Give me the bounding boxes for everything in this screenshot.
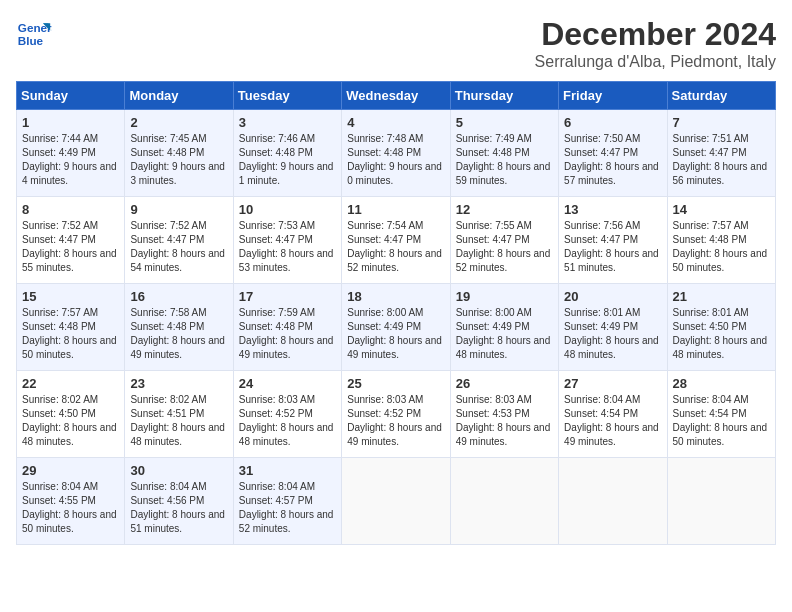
cell-details: Sunrise: 7:46 AMSunset: 4:48 PMDaylight:… xyxy=(239,132,336,188)
calendar-body: 1Sunrise: 7:44 AMSunset: 4:49 PMDaylight… xyxy=(17,110,776,545)
day-number: 11 xyxy=(347,202,444,217)
week-row-3: 15Sunrise: 7:57 AMSunset: 4:48 PMDayligh… xyxy=(17,284,776,371)
logo-icon: General Blue xyxy=(16,16,52,52)
title-area: December 2024 Serralunga d'Alba, Piedmon… xyxy=(535,16,776,71)
day-number: 23 xyxy=(130,376,227,391)
svg-text:General: General xyxy=(18,21,52,34)
day-number: 12 xyxy=(456,202,553,217)
cell-details: Sunrise: 8:04 AMSunset: 4:57 PMDaylight:… xyxy=(239,480,336,536)
calendar-cell: 5Sunrise: 7:49 AMSunset: 4:48 PMDaylight… xyxy=(450,110,558,197)
cell-details: Sunrise: 7:55 AMSunset: 4:47 PMDaylight:… xyxy=(456,219,553,275)
day-number: 2 xyxy=(130,115,227,130)
weekday-sunday: Sunday xyxy=(17,82,125,110)
weekday-tuesday: Tuesday xyxy=(233,82,341,110)
calendar-cell: 17Sunrise: 7:59 AMSunset: 4:48 PMDayligh… xyxy=(233,284,341,371)
cell-details: Sunrise: 8:04 AMSunset: 4:56 PMDaylight:… xyxy=(130,480,227,536)
cell-details: Sunrise: 8:03 AMSunset: 4:52 PMDaylight:… xyxy=(239,393,336,449)
cell-details: Sunrise: 7:57 AMSunset: 4:48 PMDaylight:… xyxy=(22,306,119,362)
calendar-cell: 20Sunrise: 8:01 AMSunset: 4:49 PMDayligh… xyxy=(559,284,667,371)
cell-details: Sunrise: 7:59 AMSunset: 4:48 PMDaylight:… xyxy=(239,306,336,362)
day-number: 10 xyxy=(239,202,336,217)
calendar-cell: 7Sunrise: 7:51 AMSunset: 4:47 PMDaylight… xyxy=(667,110,775,197)
calendar-cell: 8Sunrise: 7:52 AMSunset: 4:47 PMDaylight… xyxy=(17,197,125,284)
calendar-cell xyxy=(450,458,558,545)
month-title: December 2024 xyxy=(535,16,776,53)
cell-details: Sunrise: 8:04 AMSunset: 4:54 PMDaylight:… xyxy=(673,393,770,449)
day-number: 27 xyxy=(564,376,661,391)
week-row-1: 1Sunrise: 7:44 AMSunset: 4:49 PMDaylight… xyxy=(17,110,776,197)
calendar-cell: 27Sunrise: 8:04 AMSunset: 4:54 PMDayligh… xyxy=(559,371,667,458)
calendar-cell: 28Sunrise: 8:04 AMSunset: 4:54 PMDayligh… xyxy=(667,371,775,458)
day-number: 16 xyxy=(130,289,227,304)
cell-details: Sunrise: 7:54 AMSunset: 4:47 PMDaylight:… xyxy=(347,219,444,275)
calendar-cell: 21Sunrise: 8:01 AMSunset: 4:50 PMDayligh… xyxy=(667,284,775,371)
day-number: 18 xyxy=(347,289,444,304)
weekday-monday: Monday xyxy=(125,82,233,110)
day-number: 1 xyxy=(22,115,119,130)
cell-details: Sunrise: 7:48 AMSunset: 4:48 PMDaylight:… xyxy=(347,132,444,188)
calendar-cell: 15Sunrise: 7:57 AMSunset: 4:48 PMDayligh… xyxy=(17,284,125,371)
calendar-cell: 11Sunrise: 7:54 AMSunset: 4:47 PMDayligh… xyxy=(342,197,450,284)
calendar-cell: 18Sunrise: 8:00 AMSunset: 4:49 PMDayligh… xyxy=(342,284,450,371)
cell-details: Sunrise: 7:52 AMSunset: 4:47 PMDaylight:… xyxy=(130,219,227,275)
day-number: 7 xyxy=(673,115,770,130)
cell-details: Sunrise: 8:00 AMSunset: 4:49 PMDaylight:… xyxy=(456,306,553,362)
cell-details: Sunrise: 8:03 AMSunset: 4:52 PMDaylight:… xyxy=(347,393,444,449)
day-number: 4 xyxy=(347,115,444,130)
week-row-2: 8Sunrise: 7:52 AMSunset: 4:47 PMDaylight… xyxy=(17,197,776,284)
day-number: 17 xyxy=(239,289,336,304)
cell-details: Sunrise: 7:49 AMSunset: 4:48 PMDaylight:… xyxy=(456,132,553,188)
calendar-cell: 23Sunrise: 8:02 AMSunset: 4:51 PMDayligh… xyxy=(125,371,233,458)
weekday-header-row: SundayMondayTuesdayWednesdayThursdayFrid… xyxy=(17,82,776,110)
calendar-cell: 16Sunrise: 7:58 AMSunset: 4:48 PMDayligh… xyxy=(125,284,233,371)
day-number: 25 xyxy=(347,376,444,391)
week-row-5: 29Sunrise: 8:04 AMSunset: 4:55 PMDayligh… xyxy=(17,458,776,545)
day-number: 8 xyxy=(22,202,119,217)
calendar-cell: 2Sunrise: 7:45 AMSunset: 4:48 PMDaylight… xyxy=(125,110,233,197)
cell-details: Sunrise: 8:01 AMSunset: 4:49 PMDaylight:… xyxy=(564,306,661,362)
week-row-4: 22Sunrise: 8:02 AMSunset: 4:50 PMDayligh… xyxy=(17,371,776,458)
header: General Blue December 2024 Serralunga d'… xyxy=(16,16,776,71)
day-number: 3 xyxy=(239,115,336,130)
calendar-cell: 22Sunrise: 8:02 AMSunset: 4:50 PMDayligh… xyxy=(17,371,125,458)
cell-details: Sunrise: 7:56 AMSunset: 4:47 PMDaylight:… xyxy=(564,219,661,275)
calendar-cell: 9Sunrise: 7:52 AMSunset: 4:47 PMDaylight… xyxy=(125,197,233,284)
calendar-cell xyxy=(342,458,450,545)
weekday-saturday: Saturday xyxy=(667,82,775,110)
day-number: 29 xyxy=(22,463,119,478)
day-number: 9 xyxy=(130,202,227,217)
logo: General Blue xyxy=(16,16,52,52)
day-number: 28 xyxy=(673,376,770,391)
day-number: 26 xyxy=(456,376,553,391)
day-number: 5 xyxy=(456,115,553,130)
day-number: 20 xyxy=(564,289,661,304)
calendar-cell: 1Sunrise: 7:44 AMSunset: 4:49 PMDaylight… xyxy=(17,110,125,197)
calendar-cell: 3Sunrise: 7:46 AMSunset: 4:48 PMDaylight… xyxy=(233,110,341,197)
weekday-friday: Friday xyxy=(559,82,667,110)
cell-details: Sunrise: 7:50 AMSunset: 4:47 PMDaylight:… xyxy=(564,132,661,188)
location-title: Serralunga d'Alba, Piedmont, Italy xyxy=(535,53,776,71)
day-number: 6 xyxy=(564,115,661,130)
calendar-cell: 30Sunrise: 8:04 AMSunset: 4:56 PMDayligh… xyxy=(125,458,233,545)
day-number: 19 xyxy=(456,289,553,304)
cell-details: Sunrise: 8:04 AMSunset: 4:54 PMDaylight:… xyxy=(564,393,661,449)
cell-details: Sunrise: 7:44 AMSunset: 4:49 PMDaylight:… xyxy=(22,132,119,188)
cell-details: Sunrise: 7:57 AMSunset: 4:48 PMDaylight:… xyxy=(673,219,770,275)
calendar-cell: 26Sunrise: 8:03 AMSunset: 4:53 PMDayligh… xyxy=(450,371,558,458)
calendar-cell: 31Sunrise: 8:04 AMSunset: 4:57 PMDayligh… xyxy=(233,458,341,545)
cell-details: Sunrise: 8:04 AMSunset: 4:55 PMDaylight:… xyxy=(22,480,119,536)
cell-details: Sunrise: 7:45 AMSunset: 4:48 PMDaylight:… xyxy=(130,132,227,188)
day-number: 30 xyxy=(130,463,227,478)
calendar-table: SundayMondayTuesdayWednesdayThursdayFrid… xyxy=(16,81,776,545)
calendar-cell: 13Sunrise: 7:56 AMSunset: 4:47 PMDayligh… xyxy=(559,197,667,284)
calendar-cell: 14Sunrise: 7:57 AMSunset: 4:48 PMDayligh… xyxy=(667,197,775,284)
calendar-cell: 10Sunrise: 7:53 AMSunset: 4:47 PMDayligh… xyxy=(233,197,341,284)
day-number: 13 xyxy=(564,202,661,217)
weekday-thursday: Thursday xyxy=(450,82,558,110)
day-number: 31 xyxy=(239,463,336,478)
cell-details: Sunrise: 8:01 AMSunset: 4:50 PMDaylight:… xyxy=(673,306,770,362)
calendar-cell xyxy=(559,458,667,545)
day-number: 21 xyxy=(673,289,770,304)
cell-details: Sunrise: 7:51 AMSunset: 4:47 PMDaylight:… xyxy=(673,132,770,188)
calendar-cell xyxy=(667,458,775,545)
